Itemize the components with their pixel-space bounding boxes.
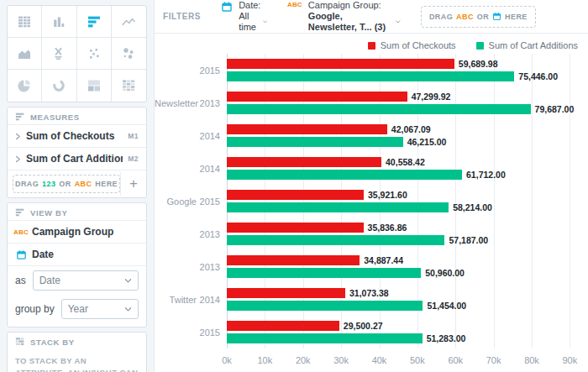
y-axis-label-row: 2013	[155, 250, 227, 283]
bar-checkouts[interactable]	[227, 321, 339, 331]
measure-item[interactable]: Sum of Checkouts M1	[8, 124, 146, 147]
bar-value-label: 58,214.00	[453, 202, 492, 212]
bar-cart-additions[interactable]	[227, 71, 514, 81]
bar-value-label: 47,299.92	[412, 92, 451, 102]
vis-type-pie-chart[interactable]	[8, 70, 42, 102]
bar-chart-icon	[86, 13, 102, 30]
legend-item[interactable]: Sum of Cart Additions	[476, 40, 578, 50]
add-measure-button[interactable]: +	[120, 172, 146, 196]
bar-cart-additions[interactable]	[227, 202, 449, 212]
chart-area: 2015Newsletter 2013 2014 2014Google 2015…	[155, 54, 588, 348]
chart-bar-row: 40,558.42 61,712.00	[227, 152, 581, 185]
bar-checkouts[interactable]	[227, 223, 364, 233]
bar-line: 31,073.38	[227, 288, 581, 298]
measures-drop-zone[interactable]: DRAG 123 OR ABC HERE	[13, 175, 120, 193]
legend-item[interactable]: Sum of Checkouts	[368, 40, 456, 50]
y-axis-label-row: 2015	[155, 54, 227, 86]
vis-type-bar-chart[interactable]	[77, 6, 112, 38]
bar-cart-additions[interactable]	[227, 301, 423, 311]
date-as-select[interactable]: Date	[33, 270, 139, 291]
filter-attribute[interactable]: ABC Campaign Group: Google, Newsletter, …	[287, 0, 401, 33]
bar-line: 51,454.00	[227, 301, 581, 311]
x-axis-tick-label: 40k	[372, 355, 387, 365]
bar-cart-additions[interactable]	[227, 333, 423, 343]
measure-tag: M1	[128, 132, 139, 140]
insight-canvas: FILTERS Date: All time ABC Campaign Grou…	[155, 0, 588, 372]
view-by-item[interactable]: ABCCampaign Group	[8, 220, 146, 243]
x-axis-tick-label: 90k	[563, 355, 578, 365]
view-by-item-label: Campaign Group	[32, 226, 139, 238]
bar-checkouts[interactable]	[227, 92, 407, 102]
vis-type-headline[interactable]	[42, 38, 76, 70]
bar-line: 75,446.00	[227, 71, 581, 81]
bar-cart-additions[interactable]	[227, 235, 444, 245]
heatmap-icon	[120, 77, 137, 94]
pie-chart-icon	[16, 77, 33, 94]
category-group-label: Twitter	[155, 295, 197, 305]
view-by-panel-title: VIEW BY	[30, 208, 67, 217]
chart-bar-row: 59,689.98 75,446.00	[227, 54, 581, 86]
bar-checkouts[interactable]	[227, 59, 454, 69]
drop-text: HERE	[95, 180, 118, 188]
bar-cart-additions[interactable]	[227, 104, 531, 114]
group-by-value: Year	[68, 303, 88, 315]
date-as-row: as Date	[8, 265, 146, 295]
bar-line: 79,687.00	[227, 104, 581, 114]
calendar-icon	[221, 1, 233, 33]
chart-bar-row: 35,836.86 57,187.00	[227, 217, 581, 250]
measure-item[interactable]: Sum of Cart Additions M2	[8, 147, 146, 170]
chevron-right-icon[interactable]	[15, 155, 21, 163]
chart-bar-row: 34,887.44 50,960.00	[227, 250, 581, 283]
bar-value-label: 79,687.00	[535, 104, 575, 114]
chart-bar-row: 29,500.27 51,283.00	[227, 316, 581, 348]
bar-checkouts[interactable]	[227, 124, 387, 134]
attribute-token: ABC	[456, 13, 474, 21]
bar-cart-additions[interactable]	[227, 268, 421, 278]
bar-checkouts[interactable]	[227, 157, 381, 167]
numeric-token: 123	[42, 180, 55, 188]
bar-checkouts[interactable]	[227, 255, 360, 265]
group-by-row: group by Year	[8, 295, 146, 327]
filter-drop-zone[interactable]: DRAG ABC OR HERE	[421, 6, 536, 28]
vis-type-heatmap[interactable]	[112, 70, 146, 102]
category-year-label: 2013	[198, 98, 227, 108]
view-by-panel-header: VIEW BY	[8, 203, 146, 220]
view-by-item[interactable]: Date	[8, 243, 146, 265]
filter-value: All time	[239, 11, 267, 33]
filter-date[interactable]: Date: All time	[221, 0, 267, 33]
vis-type-line-chart[interactable]	[112, 6, 146, 38]
filter-text: Date: All time	[239, 0, 267, 33]
bar-cart-additions[interactable]	[227, 170, 462, 180]
chart-bar-row: 42,067.09 46,215.00	[227, 119, 581, 152]
vis-type-scatter-plot[interactable]	[77, 38, 112, 70]
chevron-down-icon	[396, 19, 401, 24]
view-by-item-label: Date	[32, 249, 139, 260]
bar-checkouts[interactable]	[227, 288, 345, 298]
line-chart-icon	[120, 13, 137, 30]
group-by-select[interactable]: Year	[61, 299, 139, 319]
measure-item-label: Sum of Cart Additions	[26, 153, 123, 165]
vis-type-column-chart[interactable]	[42, 6, 76, 38]
bar-line: 34,887.44	[227, 255, 581, 265]
bar-value-label: 51,454.00	[427, 301, 466, 311]
as-label: as	[15, 275, 26, 286]
bar-cart-additions[interactable]	[227, 137, 403, 147]
vis-type-bubble-chart[interactable]	[112, 38, 146, 70]
chart-plot: 59,689.98 75,446.00 47,299.92 79,687.00 …	[227, 54, 581, 348]
view-by-icon	[15, 207, 25, 217]
vis-type-table[interactable]	[8, 6, 42, 38]
chevron-right-icon[interactable]	[15, 133, 21, 140]
vis-type-donut-chart[interactable]	[42, 70, 76, 102]
category-group-label: Google	[155, 196, 197, 207]
measures-items: Sum of Checkouts M1 Sum of Cart Addition…	[8, 124, 146, 170]
filter-title: Date:	[239, 0, 267, 11]
x-axis-tick-label: 80k	[524, 355, 539, 365]
bar-line: 59,689.98	[227, 59, 581, 69]
legend-label: Sum of Cart Additions	[489, 40, 578, 50]
vis-type-treemap[interactable]	[77, 70, 112, 102]
y-axis-label-row: Twitter 2014	[155, 283, 227, 316]
bar-value-label: 61,712.00	[466, 170, 506, 180]
vis-type-area-chart[interactable]	[8, 38, 42, 70]
y-axis-label-row: Google 2015	[155, 185, 227, 217]
bar-checkouts[interactable]	[227, 190, 364, 200]
